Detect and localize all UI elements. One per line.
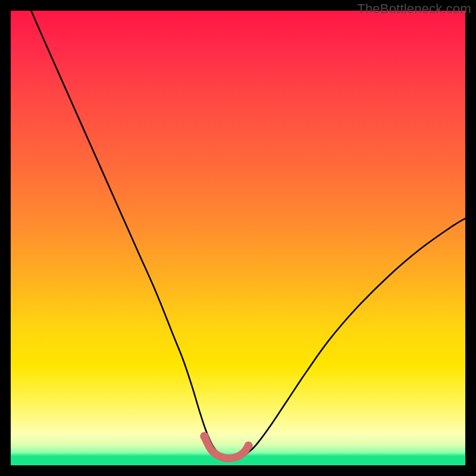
plot-area [11,11,465,465]
watermark-text: TheBottleneck.com [357,1,471,17]
valley-endpoint-dot [200,432,208,440]
valley-endpoint-dot [244,441,252,450]
main-curve [31,11,465,459]
curve-layer [11,11,465,465]
valley-highlight [204,436,248,458]
chart-stage: TheBottleneck.com [0,0,476,476]
